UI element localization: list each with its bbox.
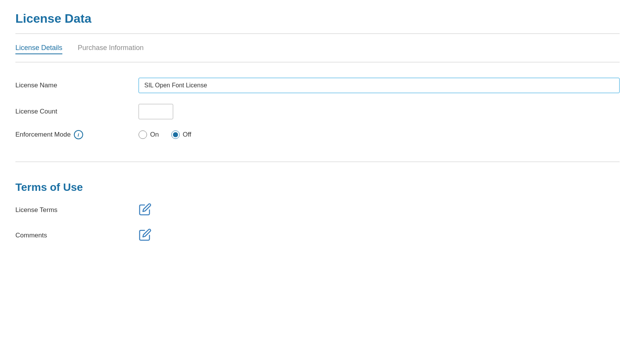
terms-section: Terms of Use License Terms Comments xyxy=(15,166,620,257)
page-title: License Data xyxy=(15,12,620,26)
enforcement-on-option[interactable]: On xyxy=(139,130,159,139)
form-section-divider xyxy=(15,162,620,162)
tabs-row: License Details Purchase Information xyxy=(15,38,620,58)
enforcement-radio-group: On Off xyxy=(139,130,620,139)
license-name-row: License Name xyxy=(15,78,620,93)
title-divider xyxy=(15,33,620,34)
enforcement-off-radio[interactable] xyxy=(171,130,180,139)
license-terms-row: License Terms xyxy=(15,203,620,217)
enforcement-off-option[interactable]: Off xyxy=(171,130,191,139)
enforcement-mode-controls: On Off xyxy=(139,130,620,139)
comments-row: Comments xyxy=(15,228,620,243)
enforcement-mode-label: Enforcement Mode xyxy=(15,131,71,139)
license-name-label: License Name xyxy=(15,82,139,89)
enforcement-off-label: Off xyxy=(183,131,191,139)
enforcement-mode-info-icon[interactable]: i xyxy=(74,130,83,139)
license-count-field-wrapper xyxy=(139,104,620,119)
license-terms-label: License Terms xyxy=(15,206,139,214)
enforcement-on-label: On xyxy=(150,131,159,139)
license-terms-edit-wrapper xyxy=(139,203,620,217)
form-section: License Name License Count Enforcement M… xyxy=(15,66,620,158)
comments-edit-wrapper xyxy=(139,228,620,243)
enforcement-on-radio[interactable] xyxy=(139,130,147,139)
license-count-input[interactable] xyxy=(139,104,173,119)
tabs-divider xyxy=(15,62,620,62)
comments-edit-icon[interactable] xyxy=(139,228,152,243)
license-count-label: License Count xyxy=(15,108,139,115)
comments-label: Comments xyxy=(15,232,139,239)
terms-of-use-title: Terms of Use xyxy=(15,181,620,194)
enforcement-mode-row: Enforcement Mode i On Off xyxy=(15,130,620,139)
license-count-row: License Count xyxy=(15,104,620,119)
license-name-input[interactable] xyxy=(139,78,620,93)
license-name-field-wrapper xyxy=(139,78,620,93)
license-terms-edit-icon[interactable] xyxy=(139,203,152,217)
tab-license-details[interactable]: License Details xyxy=(15,44,62,54)
tab-purchase-information[interactable]: Purchase Information xyxy=(78,44,144,54)
